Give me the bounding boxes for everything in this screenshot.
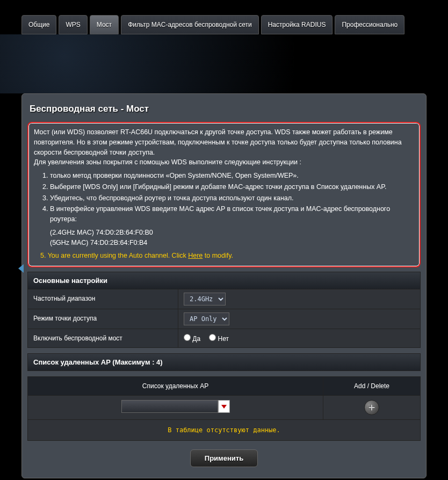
- col-header-action: Add / Delete: [323, 377, 420, 395]
- collapse-arrow-icon[interactable]: [17, 263, 25, 274]
- label-frequency: Частотный диапазон: [28, 289, 178, 309]
- modify-channel-link[interactable]: Here: [188, 252, 203, 259]
- mac-info: (2.4GHz MAC) 74:D0:2B:64:F0:B0 (5GHz MAC…: [34, 228, 414, 248]
- radio-yes[interactable]: [184, 334, 191, 341]
- row-apmode: Режим точки доступа AP Only: [27, 309, 421, 329]
- table-input-row: [28, 395, 420, 419]
- mac-24ghz: (2.4GHz MAC) 74:D0:2B:64:F0:B0: [50, 228, 414, 238]
- basic-settings-header: Основные настройки: [27, 272, 421, 289]
- tab-wps[interactable]: WPS: [59, 15, 87, 34]
- radio-no-wrap[interactable]: Нет: [209, 334, 229, 343]
- radio-no[interactable]: [209, 334, 216, 341]
- warn-text-post: to modify.: [203, 252, 233, 259]
- info-steps: только метод проверки подлинности «Open …: [34, 171, 414, 224]
- info-step-1: только метод проверки подлинности «Open …: [50, 171, 414, 181]
- content-panel: Беспроводная сеть - Мост Мост (или WDS) …: [21, 93, 427, 478]
- apply-button[interactable]: Применить: [190, 449, 258, 467]
- plus-icon: [367, 403, 376, 412]
- row-enable-bridge: Включить беспроводной мост Да Нет: [27, 329, 421, 348]
- warn-text-pre: 5. You are currently using the Auto chan…: [40, 252, 188, 259]
- table-header-row: Список удаленных AP Add / Delete: [28, 377, 420, 395]
- col-header-list: Список удаленных AP: [28, 377, 323, 395]
- tab-bridge[interactable]: Мост: [90, 15, 119, 34]
- tab-radius[interactable]: Настройка RADIUS: [261, 15, 333, 34]
- radio-yes-label: Да: [192, 335, 200, 343]
- label-apmode: Режим точки доступа: [28, 309, 178, 329]
- mac-input[interactable]: [121, 400, 218, 413]
- tab-mac-filter[interactable]: Фильтр MAC-адресов беспроводной сети: [121, 15, 259, 34]
- info-step-4: В интерфейсе управления WDS введите MAC …: [50, 204, 414, 224]
- tab-general[interactable]: Общие: [21, 15, 56, 34]
- add-button[interactable]: [364, 400, 379, 415]
- remote-ap-table: Список удаленных AP Add / Delete: [27, 376, 421, 441]
- info-paragraph-2: Для увеличения зоны покрытия с помощью W…: [34, 157, 414, 168]
- label-enable-bridge: Включить беспроводной мост: [28, 329, 178, 347]
- spacer: [0, 34, 448, 93]
- mac-combo: [121, 400, 230, 415]
- radio-yes-wrap[interactable]: Да: [184, 334, 200, 343]
- auto-channel-warning: 5. You are currently using the Auto chan…: [34, 251, 414, 261]
- tab-professional[interactable]: Профессионально: [335, 15, 404, 34]
- radio-no-label: Нет: [218, 335, 229, 343]
- svg-rect-5: [369, 407, 375, 408]
- mac-dropdown-button[interactable]: [218, 400, 230, 413]
- info-paragraph-1: Мост (или WDS) позволяет RT-AC66U подклю…: [34, 127, 414, 157]
- frequency-select[interactable]: 2.4GHz: [184, 293, 226, 306]
- info-box: Мост (или WDS) позволяет RT-AC66U подклю…: [27, 122, 421, 267]
- chevron-down-icon: [221, 404, 227, 409]
- empty-table-message: В таблице отсутствуют данные.: [28, 419, 420, 440]
- remote-ap-header: Список удаленных AP (Максимум : 4): [27, 353, 421, 371]
- svg-marker-0: [18, 264, 24, 273]
- info-step-2: Выберите [WDS Only] или [Гибридный] режи…: [50, 182, 414, 192]
- row-frequency: Частотный диапазон 2.4GHz: [27, 289, 421, 309]
- info-step-3: Убедитесь, что беспроводной роутер и точ…: [50, 193, 414, 203]
- page-title: Беспроводная сеть - Мост: [22, 94, 426, 122]
- svg-marker-1: [221, 405, 227, 409]
- tab-bar: Общие WPS Мост Фильтр MAC-адресов беспро…: [0, 0, 448, 34]
- apmode-select[interactable]: AP Only: [184, 312, 229, 325]
- mac-5ghz: (5GHz MAC) 74:D0:2B:64:F0:B4: [50, 238, 414, 248]
